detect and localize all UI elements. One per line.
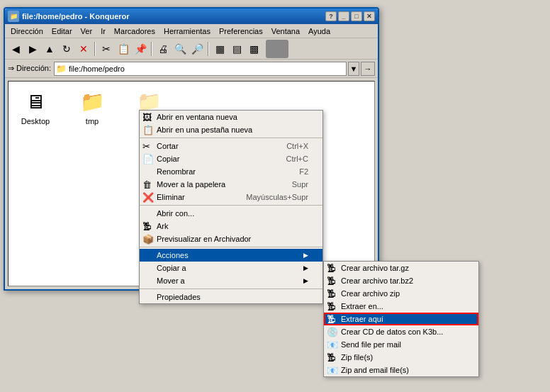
open-window-icon: 🖼 bbox=[142, 112, 152, 123]
zip-files-icon: 🗜 bbox=[327, 352, 336, 363]
sub-create-zip[interactable]: 🗜 Crear archivo zip bbox=[324, 287, 478, 300]
menu-ir[interactable]: Ir bbox=[96, 26, 110, 37]
cm-open-new-tab[interactable]: 📋 Abrir en una pestaña nueva bbox=[140, 123, 322, 136]
up-button[interactable]: ▲ bbox=[42, 41, 57, 57]
cm-properties[interactable]: Propiedades bbox=[140, 291, 322, 303]
desktop-icon-img: 🖥 bbox=[21, 87, 50, 116]
zoom-out-button[interactable]: 🔎 bbox=[189, 41, 205, 57]
toolbar-sep3 bbox=[208, 42, 209, 56]
tmp-icon-img: 📁 bbox=[78, 87, 106, 116]
cm-sep4 bbox=[140, 289, 322, 289]
desktop-icon[interactable]: 🖥 Desktop bbox=[14, 87, 57, 125]
menu-ayuda[interactable]: Ayuda bbox=[304, 26, 335, 37]
cm-sep1 bbox=[140, 138, 322, 138]
cm-ark[interactable]: 🗜 Ark bbox=[140, 220, 322, 233]
cm-sep2 bbox=[140, 205, 322, 206]
stop-button[interactable]: ✕ bbox=[76, 41, 91, 57]
copy-to-arrow: ▶ bbox=[303, 264, 308, 271]
desktop-icon-label: Desktop bbox=[21, 117, 50, 125]
window-icon: 📁 bbox=[8, 11, 19, 22]
view-list-button[interactable]: ▤ bbox=[229, 41, 245, 57]
sub-send-mail[interactable]: 📧 Send file per mail bbox=[324, 338, 478, 351]
sub-create-tar-gz[interactable]: 🗜 Crear archivo tar.gz bbox=[324, 262, 478, 274]
sub-create-cd-k3b[interactable]: 💿 Crear CD de datos con K3b... bbox=[324, 325, 478, 338]
move-to-arrow: ▶ bbox=[303, 277, 308, 284]
context-menu: 🖼 Abrir en ventana nueva 📋 Abrir en una … bbox=[139, 110, 323, 304]
ark-icon: 🗜 bbox=[142, 221, 152, 232]
cm-move-to[interactable]: Mover a ▶ bbox=[140, 274, 322, 287]
cm-cut[interactable]: ✂ Cortar Ctrl+X bbox=[140, 140, 322, 152]
menu-preferencias[interactable]: Preferencias bbox=[215, 26, 267, 37]
cm-delete[interactable]: ❌ Eliminar Mayúsculas+Supr bbox=[140, 191, 322, 203]
menu-direccion[interactable]: Dirección bbox=[6, 26, 47, 37]
tar-gz-icon: 🗜 bbox=[327, 263, 336, 274]
cm-move-trash[interactable]: 🗑 Mover a la papelera Supr bbox=[140, 178, 322, 191]
refresh-button[interactable]: ↻ bbox=[59, 41, 74, 57]
view-icons-button[interactable]: ▦ bbox=[212, 41, 228, 57]
forward-button[interactable]: ▶ bbox=[25, 41, 40, 57]
mail-icon: 📧 bbox=[327, 340, 338, 350]
title-bar: 📁 file:/home/pedro - Konqueror ? _ □ ✕ bbox=[5, 9, 378, 24]
close-button[interactable]: ✕ bbox=[364, 11, 375, 21]
cm-copy[interactable]: 📄 Copiar Ctrl+C bbox=[140, 152, 322, 165]
menu-ventana[interactable]: Ventana bbox=[267, 26, 304, 37]
profile-button[interactable] bbox=[266, 40, 288, 58]
address-go-button[interactable]: → bbox=[361, 62, 375, 76]
open-tab-icon: 📋 bbox=[142, 125, 154, 135]
copy-button[interactable]: 📋 bbox=[116, 41, 131, 57]
menu-marcadores[interactable]: Marcadores bbox=[110, 26, 159, 37]
print-button[interactable]: 🖨 bbox=[155, 41, 171, 57]
menu-editar[interactable]: Editar bbox=[47, 26, 77, 37]
question-button[interactable]: ? bbox=[325, 11, 337, 21]
menu-herramientas[interactable]: Herramientas bbox=[159, 26, 215, 37]
cm-open-new-window[interactable]: 🖼 Abrir en ventana nueva bbox=[140, 111, 322, 123]
back-button[interactable]: ◀ bbox=[8, 41, 23, 57]
sub-extract-here[interactable]: 🗜 Extraer aquí bbox=[324, 313, 478, 325]
cm-rename[interactable]: Renombrar F2 bbox=[140, 165, 322, 178]
address-bar: ⇒ Dirección: 📁 ▼ → bbox=[5, 60, 378, 78]
trash-icon: 🗑 bbox=[142, 179, 152, 190]
folder-icon: 📁 bbox=[56, 64, 67, 74]
paste-button[interactable]: 📌 bbox=[133, 41, 148, 57]
cm-actions[interactable]: Acciones ▶ bbox=[140, 249, 322, 262]
copy-icon: 📄 bbox=[142, 154, 154, 164]
address-input-wrap: 📁 bbox=[54, 62, 347, 76]
toolbar: ◀ ▶ ▲ ↻ ✕ ✂ 📋 📌 🖨 🔍 🔎 ▦ ▤ ▩ bbox=[5, 38, 378, 60]
zip-email-icon: 📧 bbox=[327, 365, 338, 376]
sub-zip-email[interactable]: 📧 Zip and email file(s) bbox=[324, 364, 478, 376]
menu-ver[interactable]: Ver bbox=[77, 26, 97, 37]
archiver-icon: 📦 bbox=[142, 234, 154, 245]
cm-preview-archiver[interactable]: 📦 Previsualizar en Archivador bbox=[140, 233, 322, 245]
minimize-button[interactable]: _ bbox=[338, 11, 349, 21]
menu-bar: Dirección Editar Ver Ir Marcadores Herra… bbox=[5, 24, 378, 38]
k3b-icon: 💿 bbox=[327, 327, 338, 337]
toolbar-sep2 bbox=[151, 42, 152, 56]
cm-open-with[interactable]: Abrir con... bbox=[140, 207, 322, 220]
window-title: file:/home/pedro - Konqueror bbox=[22, 12, 325, 21]
cut-icon: ✂ bbox=[142, 141, 150, 152]
sub-zip-files[interactable]: 🗜 Zip file(s) bbox=[324, 351, 478, 364]
tar-bz2-icon: 🗜 bbox=[327, 276, 336, 286]
cm-copy-to[interactable]: Copiar a ▶ bbox=[140, 262, 322, 274]
zoom-in-button[interactable]: 🔍 bbox=[172, 41, 188, 57]
sub-extract-to[interactable]: 🗜 Extraer en... bbox=[324, 300, 478, 313]
address-input[interactable] bbox=[69, 65, 344, 73]
cut-button[interactable]: ✂ bbox=[99, 41, 114, 57]
actions-arrow: ▶ bbox=[303, 252, 308, 259]
maximize-button[interactable]: □ bbox=[351, 11, 362, 21]
address-label: ⇒ Dirección: bbox=[8, 64, 51, 73]
zip-icon: 🗜 bbox=[327, 289, 336, 299]
extract-here-icon: 🗜 bbox=[327, 314, 336, 325]
toolbar-sep1 bbox=[94, 42, 96, 56]
submenu-acciones: 🗜 Crear archivo tar.gz 🗜 Crear archivo t… bbox=[323, 261, 479, 377]
address-dropdown[interactable]: ▼ bbox=[348, 62, 359, 76]
view-columns-button[interactable]: ▩ bbox=[246, 41, 262, 57]
delete-icon: ❌ bbox=[142, 192, 154, 203]
cm-sep3 bbox=[140, 247, 322, 247]
tmp-icon[interactable]: 📁 tmp bbox=[71, 87, 113, 125]
tmp-icon-label: tmp bbox=[86, 117, 99, 125]
title-bar-buttons: ? _ □ ✕ bbox=[325, 11, 375, 21]
extract-to-icon: 🗜 bbox=[327, 301, 336, 312]
sub-create-tar-bz2[interactable]: 🗜 Crear archivo tar.bz2 bbox=[324, 274, 478, 287]
